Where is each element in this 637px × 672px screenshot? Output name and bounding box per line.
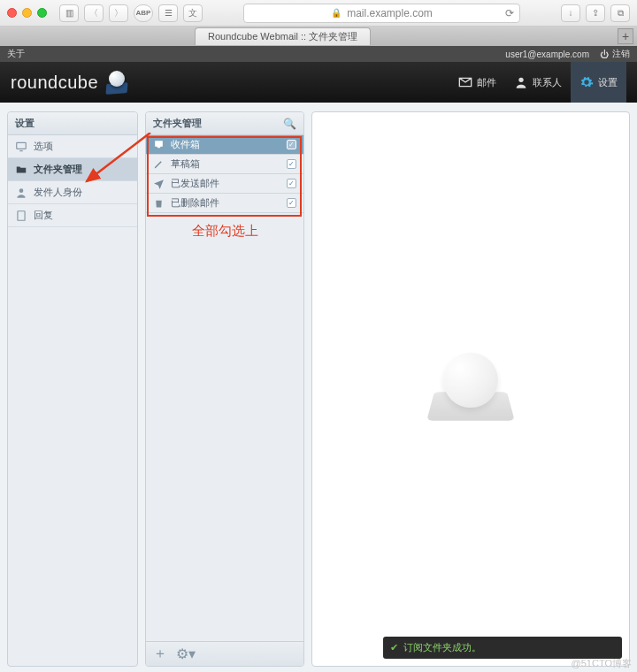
app-topbar: 关于 user1@example.com ⏻ 注销 xyxy=(0,46,637,62)
svg-point-0 xyxy=(518,78,523,82)
reader-icon[interactable]: ☰ xyxy=(158,4,178,22)
tabs-icon[interactable]: ⧉ xyxy=(610,4,630,22)
taskbar: 邮件 联系人 设置 xyxy=(449,62,626,103)
pencil-icon xyxy=(153,158,165,170)
monitor-icon xyxy=(15,141,27,153)
folder-actions-button[interactable]: ⚙▾ xyxy=(176,645,196,662)
svg-rect-1 xyxy=(17,142,27,149)
sidebar-toggle-button[interactable]: ▥ xyxy=(59,4,79,22)
content-panel: ✔ 订阅文件夹成功。 xyxy=(311,111,630,667)
settings-section-list: 选项 文件夹管理 发件人身份 回复 xyxy=(8,135,137,227)
nav-forward-button[interactable]: 〉 xyxy=(109,4,128,22)
person-icon xyxy=(514,75,528,89)
share-icon[interactable]: ⇪ xyxy=(586,4,605,22)
trash-icon xyxy=(153,197,165,209)
new-tab-button[interactable]: + xyxy=(618,28,633,44)
section-label: 文件夹管理 xyxy=(34,163,82,176)
folder-label: 已删除邮件 xyxy=(171,196,219,210)
folder-label: 已发送邮件 xyxy=(171,177,219,190)
watermark-logo xyxy=(431,370,510,408)
subscribe-checkbox[interactable]: ✓ xyxy=(287,198,296,208)
svg-rect-3 xyxy=(18,210,25,220)
url-host: mail.example.com xyxy=(347,7,433,19)
add-folder-button[interactable]: ＋ xyxy=(153,645,167,663)
folder-drafts[interactable]: 草稿箱 ✓ xyxy=(146,155,303,174)
mail-icon xyxy=(458,75,472,89)
gear-icon xyxy=(579,75,594,89)
folder-list-footer: ＋ ⚙▾ xyxy=(146,641,303,666)
logout-label: 注销 xyxy=(612,48,630,60)
window-controls xyxy=(7,8,47,18)
folder-trash[interactable]: 已删除邮件 ✓ xyxy=(146,194,303,213)
folder-icon xyxy=(15,164,27,176)
close-window-icon[interactable] xyxy=(7,8,17,18)
section-label: 发件人身份 xyxy=(34,186,82,199)
svg-point-2 xyxy=(19,188,24,193)
reload-icon[interactable]: ⟳ xyxy=(505,7,514,19)
task-mail-label: 邮件 xyxy=(477,76,496,89)
maximize-window-icon[interactable] xyxy=(37,8,47,18)
task-contacts-button[interactable]: 联系人 xyxy=(505,62,571,103)
section-responses[interactable]: 回复 xyxy=(8,204,137,227)
browser-toolbar: ▥ 〈 〉 ABP ☰ 文 🔒 mail.example.com ⟳ ↓ ⇪ ⧉ xyxy=(0,0,637,27)
task-settings-button[interactable]: 设置 xyxy=(571,62,626,103)
status-toast: ✔ 订阅文件夹成功。 xyxy=(383,637,622,659)
toast-message: 订阅文件夹成功。 xyxy=(403,641,481,654)
inbox-icon xyxy=(153,139,165,150)
person-icon xyxy=(15,187,27,199)
settings-sections-panel: 设置 选项 文件夹管理 发件人身份 回复 xyxy=(7,111,138,667)
browser-tab-strip: Roundcube Webmail :: 文件夹管理 + xyxy=(0,27,637,46)
brand-logo[interactable]: roundcube xyxy=(11,71,130,94)
cube-icon xyxy=(104,71,130,94)
folder-list: 收件箱 ✓ 草稿箱 ✓ 已发送邮件 ✓ xyxy=(146,135,303,213)
check-icon: ✔ xyxy=(390,642,398,653)
lock-icon: 🔒 xyxy=(331,8,342,18)
annotation-note: 全部勾选上 xyxy=(146,223,303,240)
task-settings-label: 设置 xyxy=(598,76,618,89)
folder-label: 草稿箱 xyxy=(171,157,200,171)
document-icon xyxy=(15,210,27,222)
folder-list-panel: 文件夹管理 🔍 收件箱 ✓ 草稿箱 ✓ 已发送邮 xyxy=(145,111,304,667)
browser-tab-active[interactable]: Roundcube Webmail :: 文件夹管理 xyxy=(195,27,371,45)
folder-label: 收件箱 xyxy=(171,138,200,151)
subscribe-checkbox[interactable]: ✓ xyxy=(287,140,296,149)
minimize-window-icon[interactable] xyxy=(22,8,32,18)
section-identities[interactable]: 发件人身份 xyxy=(8,181,137,204)
tab-title: Roundcube Webmail :: 文件夹管理 xyxy=(208,30,357,43)
task-mail-button[interactable]: 邮件 xyxy=(449,62,505,103)
panel-title-text: 设置 xyxy=(15,117,35,130)
folder-list-header: 文件夹管理 🔍 xyxy=(146,112,303,135)
image-watermark: @51CTO博客 xyxy=(572,657,632,670)
translate-icon[interactable]: 文 xyxy=(183,4,203,22)
power-icon: ⏻ xyxy=(600,50,609,59)
subscribe-checkbox[interactable]: ✓ xyxy=(287,179,296,188)
folder-inbox[interactable]: 收件箱 ✓ xyxy=(146,135,303,155)
address-bar[interactable]: 🔒 mail.example.com ⟳ xyxy=(243,4,520,23)
subscribe-checkbox[interactable]: ✓ xyxy=(287,159,296,169)
adblock-icon[interactable]: ABP xyxy=(134,4,153,22)
search-icon[interactable]: 🔍 xyxy=(283,118,296,130)
about-link[interactable]: 关于 xyxy=(7,48,25,60)
app-header: roundcube 邮件 联系人 设置 xyxy=(0,62,637,103)
sent-icon xyxy=(153,178,165,189)
current-user-email: user1@example.com xyxy=(505,50,589,59)
app-main: 设置 选项 文件夹管理 发件人身份 回复 文件夹管理 🔍 xyxy=(0,103,637,672)
section-folders[interactable]: 文件夹管理 xyxy=(8,158,137,181)
panel-title-text: 文件夹管理 xyxy=(153,117,202,130)
settings-sections-title: 设置 xyxy=(8,112,137,135)
brand-name: roundcube xyxy=(11,73,98,93)
section-label: 选项 xyxy=(34,140,53,153)
section-prefs[interactable]: 选项 xyxy=(8,135,137,158)
downloads-icon[interactable]: ↓ xyxy=(561,4,580,22)
logout-button[interactable]: ⏻ 注销 xyxy=(600,48,630,60)
task-contacts-label: 联系人 xyxy=(533,76,562,89)
nav-back-button[interactable]: 〈 xyxy=(84,4,104,22)
folder-sent[interactable]: 已发送邮件 ✓ xyxy=(146,174,303,194)
section-label: 回复 xyxy=(34,209,53,222)
